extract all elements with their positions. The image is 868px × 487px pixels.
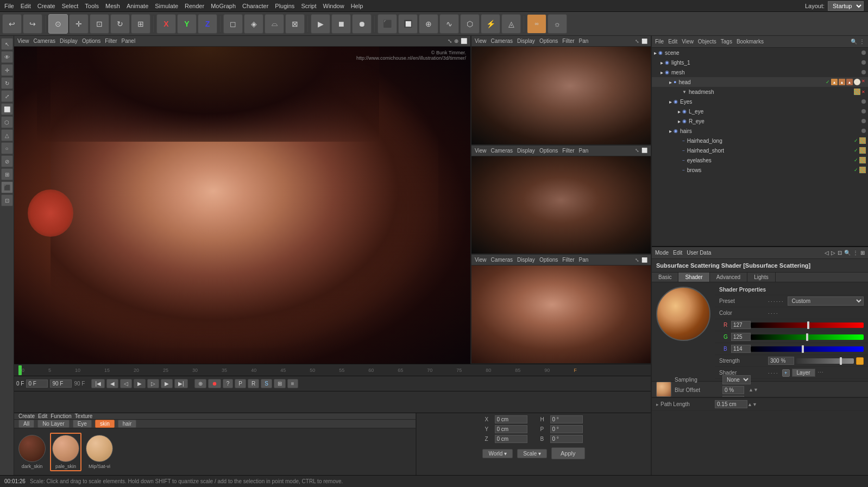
vp-mr-cameras[interactable]: Cameras [491, 148, 513, 154]
terrain-button[interactable]: ◬ [501, 14, 521, 34]
tree-item-eyes[interactable]: ▸ ◉ Eyes [652, 97, 868, 106]
menu-help[interactable]: Help [351, 3, 363, 9]
toggle-button[interactable]: ∞ [527, 14, 546, 34]
tree-item-scene[interactable]: ▸ ◉ scene [652, 48, 868, 58]
undo-button[interactable]: ↩ [2, 14, 22, 34]
coord-z-input[interactable] [495, 435, 527, 443]
color-g-input[interactable] [731, 333, 751, 341]
vp-br-max-icon[interactable]: ⬜ [641, 257, 647, 263]
menu-window[interactable]: Window [323, 3, 344, 9]
vp-options-menu[interactable]: Options [82, 38, 100, 44]
menu-file[interactable]: File [4, 3, 14, 9]
vp-tr-options[interactable]: Options [539, 38, 558, 44]
filter-no-layer[interactable]: No Layer [37, 420, 70, 428]
path-length-arrow[interactable]: ▲▼ [747, 402, 757, 407]
prev-key-button[interactable]: ◁ [120, 379, 132, 388]
attr-lock-icon[interactable]: ⊡ [838, 250, 842, 256]
color-r-input[interactable] [731, 321, 751, 329]
vp-tr-view[interactable]: View [475, 38, 487, 44]
vp-mr-fit-icon[interactable]: ⤡ [635, 148, 639, 153]
tree-expand-hairs[interactable]: ▸ [669, 128, 674, 134]
vp-maximize-icon[interactable]: ⬜ [461, 38, 467, 44]
tool-scale[interactable]: ⤢ [1, 90, 13, 102]
color-r-bar[interactable] [751, 322, 864, 328]
filter-hair[interactable]: hair [118, 420, 137, 428]
primitive-button[interactable]: ◈ [244, 14, 263, 34]
prev-frame-button[interactable]: ◀ [106, 379, 118, 388]
tool-extrude[interactable]: ⬛ [1, 181, 13, 193]
tool-rotate[interactable]: ↻ [1, 77, 13, 89]
main-viewport[interactable]: View Cameras Display Options Filter Pane… [14, 36, 471, 364]
light-button[interactable]: ☼ [548, 14, 567, 34]
obj-more-icon[interactable]: ⋮ [859, 39, 865, 45]
attr-back-icon[interactable]: ◁ [825, 250, 829, 256]
tool-select-poly[interactable]: △ [1, 129, 13, 141]
grid-button[interactable]: ⬛ [378, 14, 397, 34]
vp-br-options[interactable]: Options [539, 257, 558, 263]
tree-expand-l-eye[interactable]: ▸ [678, 109, 682, 115]
menu-character[interactable]: Character [242, 3, 268, 9]
menu-animate[interactable]: Animate [127, 3, 148, 9]
tree-item-eyelashes[interactable]: ~ eyelashes ✓ [652, 155, 868, 165]
obj-file-menu[interactable]: File [655, 39, 664, 45]
attr-more-icon[interactable]: ⋮ [853, 250, 858, 256]
tree-expand-lights[interactable]: ▸ [661, 60, 665, 66]
tool-knife[interactable]: ⊘ [1, 155, 13, 167]
coord-p-input[interactable] [550, 425, 583, 433]
obj-search-icon[interactable]: 🔍 [851, 39, 857, 45]
obj-tags-menu[interactable]: Tags [721, 39, 732, 45]
strength-input[interactable] [768, 357, 794, 365]
color-b-input[interactable] [731, 345, 751, 353]
vp-mr-filter[interactable]: Filter [562, 148, 574, 154]
vp-fit-icon[interactable]: ⤡ [448, 38, 452, 44]
sampling-dropdown[interactable]: None [722, 375, 751, 384]
tree-item-hairlong[interactable]: ~ Hairhead_long ✓ [652, 136, 868, 146]
object-mode-button[interactable]: ◻ [223, 14, 243, 34]
tool-select-live[interactable]: ⬡ [1, 116, 13, 128]
menu-mograph[interactable]: MoGraph [211, 3, 236, 9]
play-button[interactable]: ▶ [311, 14, 330, 34]
menu-plugins[interactable]: Plugins [275, 3, 294, 9]
vp-mr-view[interactable]: View [475, 148, 487, 154]
color-r-thumb[interactable] [807, 321, 809, 329]
path-length-input[interactable] [715, 400, 747, 408]
spline-button[interactable]: ∿ [439, 14, 459, 34]
keyframe-button[interactable]: ⊕ [194, 379, 206, 388]
tree-item-brows[interactable]: ~ brows ✓ [652, 165, 868, 175]
stop-button[interactable]: ⏹ [331, 14, 351, 34]
menu-render[interactable]: Render [185, 3, 204, 9]
tool-cursor[interactable]: ↖ [1, 38, 13, 50]
attr-edit-menu[interactable]: Edit [673, 250, 682, 256]
y-axis-button[interactable]: Y [177, 14, 197, 34]
obj-view-menu[interactable]: View [682, 39, 694, 45]
mat-create[interactable]: Create [18, 413, 35, 419]
end-frame-input[interactable] [50, 380, 72, 388]
vp-mr-display[interactable]: Display [517, 148, 535, 154]
layout-dropdown[interactable]: Startup [828, 1, 864, 11]
filter-eye[interactable]: Eye [73, 420, 92, 428]
coord-y-input[interactable] [495, 425, 527, 433]
record-keyframe-button[interactable]: ⏺ [208, 379, 221, 388]
coord-h-input[interactable] [550, 415, 583, 423]
next-frame-button[interactable]: ▶ [161, 379, 173, 388]
select-button[interactable]: ⊙ [48, 14, 68, 34]
menu-tools[interactable]: Tools [85, 3, 99, 9]
swatch-dark-skin[interactable]: dark_skin [18, 435, 46, 469]
tree-item-head[interactable]: ▸ ● head ✓ ▲ ▲ ▲ ✕ [652, 77, 868, 87]
mat-texture[interactable]: Texture [75, 413, 93, 419]
tree-item-r-eye[interactable]: ▸ ◉ R_eye [652, 116, 868, 126]
vp-br-view[interactable]: View [475, 257, 487, 263]
menu-create[interactable]: Create [37, 3, 55, 9]
move-button[interactable]: ✛ [69, 14, 89, 34]
vp-tr-pan[interactable]: Pan [579, 38, 589, 44]
menu-script[interactable]: Script [301, 3, 316, 9]
filter-skin[interactable]: skin [95, 420, 115, 428]
mat-function[interactable]: Function [51, 413, 71, 419]
vp-tr-filter[interactable]: Filter [562, 38, 574, 44]
tree-item-hairs[interactable]: ▸ ◉ hairs [652, 126, 868, 136]
vp-br-fit-icon[interactable]: ⤡ [635, 257, 639, 263]
tree-expand-r-eye[interactable]: ▸ [678, 118, 682, 124]
vp-mr-max-icon[interactable]: ⬜ [641, 148, 647, 153]
tool-view[interactable]: 👁 [1, 51, 13, 63]
tree-expand-scene[interactable]: ▸ [654, 50, 658, 56]
